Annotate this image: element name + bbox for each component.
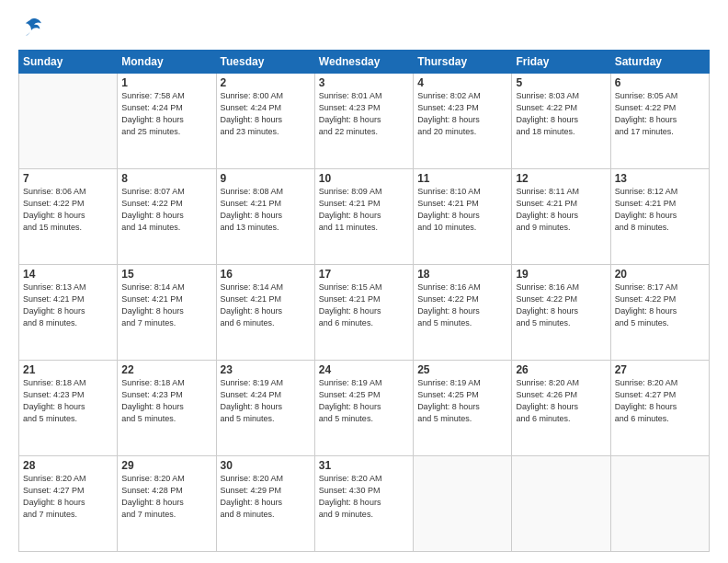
day-info: Sunrise: 8:18 AM Sunset: 4:23 PM Dayligh… <box>23 377 113 425</box>
calendar-cell: 31Sunrise: 8:20 AM Sunset: 4:30 PM Dayli… <box>314 456 413 552</box>
day-info: Sunrise: 8:15 AM Sunset: 4:21 PM Dayligh… <box>319 282 409 329</box>
day-number: 16 <box>221 268 311 281</box>
day-number: 30 <box>221 459 311 472</box>
day-info: Sunrise: 8:16 AM Sunset: 4:22 PM Dayligh… <box>516 282 606 329</box>
calendar-cell: 29Sunrise: 8:20 AM Sunset: 4:28 PM Dayli… <box>118 456 216 552</box>
day-number: 6 <box>615 76 705 89</box>
day-info: Sunrise: 8:18 AM Sunset: 4:23 PM Dayligh… <box>121 377 211 425</box>
calendar-cell: 27Sunrise: 8:20 AM Sunset: 4:27 PM Dayli… <box>610 361 709 456</box>
calendar-cell: 7Sunrise: 8:06 AM Sunset: 4:22 PM Daylig… <box>19 169 118 265</box>
day-info: Sunrise: 8:20 AM Sunset: 4:27 PM Dayligh… <box>615 377 705 425</box>
day-number: 26 <box>516 363 606 376</box>
calendar-cell <box>19 74 118 169</box>
calendar-cell: 10Sunrise: 8:09 AM Sunset: 4:21 PM Dayli… <box>314 169 413 265</box>
day-info: Sunrise: 8:20 AM Sunset: 4:30 PM Dayligh… <box>319 473 409 521</box>
day-number: 18 <box>417 268 507 281</box>
calendar-cell: 4Sunrise: 8:02 AM Sunset: 4:23 PM Daylig… <box>414 74 512 169</box>
logo-bird-icon <box>18 15 44 40</box>
calendar-cell: 19Sunrise: 8:16 AM Sunset: 4:22 PM Dayli… <box>512 265 610 361</box>
calendar-week-5: 28Sunrise: 8:20 AM Sunset: 4:27 PM Dayli… <box>19 456 710 552</box>
calendar-cell: 8Sunrise: 8:07 AM Sunset: 4:22 PM Daylig… <box>118 169 216 265</box>
day-number: 5 <box>516 76 606 89</box>
calendar-cell: 15Sunrise: 8:14 AM Sunset: 4:21 PM Dayli… <box>118 265 216 361</box>
day-info: Sunrise: 8:20 AM Sunset: 4:27 PM Dayligh… <box>23 473 113 521</box>
day-info: Sunrise: 8:19 AM Sunset: 4:25 PM Dayligh… <box>319 377 409 425</box>
day-info: Sunrise: 8:11 AM Sunset: 4:21 PM Dayligh… <box>516 186 606 234</box>
day-info: Sunrise: 8:14 AM Sunset: 4:21 PM Dayligh… <box>121 282 211 329</box>
page: SundayMondayTuesdayWednesdayThursdayFrid… <box>0 0 728 563</box>
calendar-header-wednesday: Wednesday <box>314 51 413 74</box>
day-number: 2 <box>221 76 311 89</box>
calendar-cell: 9Sunrise: 8:08 AM Sunset: 4:21 PM Daylig… <box>216 169 314 265</box>
day-number: 21 <box>23 363 113 376</box>
day-info: Sunrise: 7:58 AM Sunset: 4:24 PM Dayligh… <box>121 90 211 138</box>
day-number: 8 <box>121 172 211 185</box>
calendar-cell: 6Sunrise: 8:05 AM Sunset: 4:22 PM Daylig… <box>610 74 709 169</box>
calendar-week-2: 7Sunrise: 8:06 AM Sunset: 4:22 PM Daylig… <box>19 169 710 265</box>
day-number: 29 <box>121 459 211 472</box>
calendar-cell: 26Sunrise: 8:20 AM Sunset: 4:26 PM Dayli… <box>512 361 610 456</box>
day-info: Sunrise: 8:10 AM Sunset: 4:21 PM Dayligh… <box>417 186 507 234</box>
day-info: Sunrise: 8:08 AM Sunset: 4:21 PM Dayligh… <box>221 186 311 234</box>
calendar-header-monday: Monday <box>118 51 216 74</box>
day-info: Sunrise: 8:13 AM Sunset: 4:21 PM Dayligh… <box>23 282 113 329</box>
calendar-week-1: 1Sunrise: 7:58 AM Sunset: 4:24 PM Daylig… <box>19 74 710 169</box>
calendar-cell: 3Sunrise: 8:01 AM Sunset: 4:23 PM Daylig… <box>314 74 413 169</box>
day-info: Sunrise: 8:17 AM Sunset: 4:22 PM Dayligh… <box>615 282 705 329</box>
day-info: Sunrise: 8:07 AM Sunset: 4:22 PM Dayligh… <box>121 186 211 234</box>
day-info: Sunrise: 8:06 AM Sunset: 4:22 PM Dayligh… <box>23 186 113 234</box>
day-info: Sunrise: 8:02 AM Sunset: 4:23 PM Dayligh… <box>417 90 507 138</box>
calendar-cell: 25Sunrise: 8:19 AM Sunset: 4:25 PM Dayli… <box>414 361 512 456</box>
header <box>18 15 710 40</box>
calendar-header-tuesday: Tuesday <box>216 51 314 74</box>
calendar-cell: 22Sunrise: 8:18 AM Sunset: 4:23 PM Dayli… <box>118 361 216 456</box>
day-number: 4 <box>417 76 507 89</box>
calendar-cell: 2Sunrise: 8:00 AM Sunset: 4:24 PM Daylig… <box>216 74 314 169</box>
day-info: Sunrise: 8:19 AM Sunset: 4:24 PM Dayligh… <box>221 377 311 425</box>
calendar-cell: 17Sunrise: 8:15 AM Sunset: 4:21 PM Dayli… <box>314 265 413 361</box>
day-info: Sunrise: 8:01 AM Sunset: 4:23 PM Dayligh… <box>319 90 409 138</box>
calendar-cell: 24Sunrise: 8:19 AM Sunset: 4:25 PM Dayli… <box>314 361 413 456</box>
day-number: 17 <box>319 268 409 281</box>
calendar-cell: 5Sunrise: 8:03 AM Sunset: 4:22 PM Daylig… <box>512 74 610 169</box>
day-number: 12 <box>516 172 606 185</box>
day-number: 20 <box>615 268 705 281</box>
calendar-header-thursday: Thursday <box>414 51 512 74</box>
day-number: 7 <box>23 172 113 185</box>
calendar-cell: 16Sunrise: 8:14 AM Sunset: 4:21 PM Dayli… <box>216 265 314 361</box>
logo <box>18 15 48 40</box>
day-info: Sunrise: 8:20 AM Sunset: 4:28 PM Dayligh… <box>121 473 211 521</box>
calendar-header-sunday: Sunday <box>19 51 118 74</box>
calendar-cell: 28Sunrise: 8:20 AM Sunset: 4:27 PM Dayli… <box>19 456 118 552</box>
calendar-cell <box>610 456 709 552</box>
calendar-cell: 14Sunrise: 8:13 AM Sunset: 4:21 PM Dayli… <box>19 265 118 361</box>
day-info: Sunrise: 8:03 AM Sunset: 4:22 PM Dayligh… <box>516 90 606 138</box>
calendar-header-saturday: Saturday <box>610 51 709 74</box>
day-number: 23 <box>221 363 311 376</box>
day-info: Sunrise: 8:20 AM Sunset: 4:26 PM Dayligh… <box>516 377 606 425</box>
day-info: Sunrise: 8:09 AM Sunset: 4:21 PM Dayligh… <box>319 186 409 234</box>
day-info: Sunrise: 8:00 AM Sunset: 4:24 PM Dayligh… <box>221 90 311 138</box>
calendar-cell: 18Sunrise: 8:16 AM Sunset: 4:22 PM Dayli… <box>414 265 512 361</box>
calendar-cell: 12Sunrise: 8:11 AM Sunset: 4:21 PM Dayli… <box>512 169 610 265</box>
calendar-cell: 11Sunrise: 8:10 AM Sunset: 4:21 PM Dayli… <box>414 169 512 265</box>
day-number: 13 <box>615 172 705 185</box>
day-number: 19 <box>516 268 606 281</box>
calendar-table: SundayMondayTuesdayWednesdayThursdayFrid… <box>18 50 710 552</box>
day-number: 31 <box>319 459 409 472</box>
day-info: Sunrise: 8:16 AM Sunset: 4:22 PM Dayligh… <box>417 282 507 329</box>
day-number: 10 <box>319 172 409 185</box>
calendar-cell: 20Sunrise: 8:17 AM Sunset: 4:22 PM Dayli… <box>610 265 709 361</box>
day-number: 24 <box>319 363 409 376</box>
day-number: 11 <box>417 172 507 185</box>
calendar-cell: 1Sunrise: 7:58 AM Sunset: 4:24 PM Daylig… <box>118 74 216 169</box>
day-number: 14 <box>23 268 113 281</box>
day-info: Sunrise: 8:05 AM Sunset: 4:22 PM Dayligh… <box>615 90 705 138</box>
day-info: Sunrise: 8:14 AM Sunset: 4:21 PM Dayligh… <box>221 282 311 329</box>
calendar-cell: 23Sunrise: 8:19 AM Sunset: 4:24 PM Dayli… <box>216 361 314 456</box>
calendar-week-3: 14Sunrise: 8:13 AM Sunset: 4:21 PM Dayli… <box>19 265 710 361</box>
day-number: 3 <box>319 76 409 89</box>
day-number: 25 <box>417 363 507 376</box>
calendar-cell: 30Sunrise: 8:20 AM Sunset: 4:29 PM Dayli… <box>216 456 314 552</box>
calendar-cell: 13Sunrise: 8:12 AM Sunset: 4:21 PM Dayli… <box>610 169 709 265</box>
